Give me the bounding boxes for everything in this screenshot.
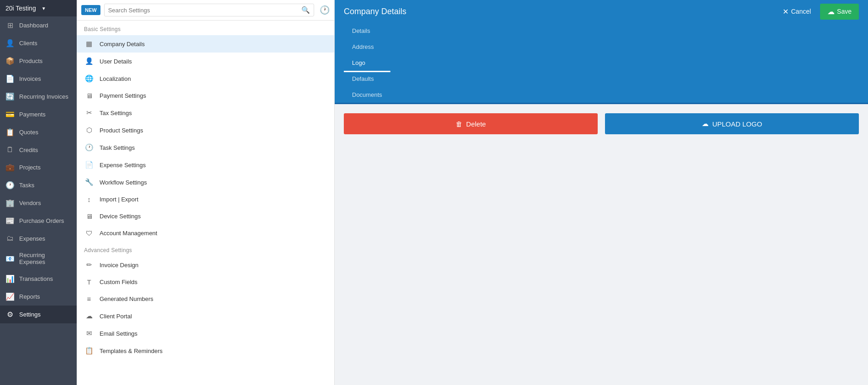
advanced-settings-header: Advanced Settings (77, 242, 334, 256)
main-content: Company Details ✕ Cancel ☁ Save DetailsA… (335, 0, 868, 385)
device-settings-icon: 🖥 (84, 212, 94, 220)
basic-settings-header: Basic Settings (77, 21, 334, 35)
settings-label-company-details: Company Details (100, 41, 145, 47)
settings-item-user-details[interactable]: 👤 User Details (77, 53, 334, 70)
tab-details[interactable]: Details (344, 23, 390, 40)
settings-label-task-settings: Task Settings (100, 144, 135, 151)
sidebar-item-recurring-invoices[interactable]: 🔄 Recurring Invoices (0, 88, 77, 105)
settings-item-company-details[interactable]: ▦ Company Details (77, 35, 334, 53)
tab-logo[interactable]: Logo (344, 55, 390, 72)
new-button[interactable]: NEW (81, 5, 100, 15)
custom-fields-icon: T (84, 278, 94, 286)
dashboard-icon: ⊞ (5, 21, 15, 30)
sidebar-label-payments: Payments (19, 111, 46, 118)
upload-logo-button[interactable]: ☁ UPLOAD LOGO (605, 113, 859, 134)
reports-icon: 📈 (5, 292, 15, 301)
tax-settings-icon: ✂ (84, 109, 94, 117)
settings-item-account-management[interactable]: 🛡 Account Management (77, 225, 334, 242)
page-title: Company Details (344, 7, 406, 16)
sidebar-label-recurring-expenses: Recurring Expenses (19, 252, 71, 265)
sidebar-item-products[interactable]: 📦 Products (0, 52, 77, 70)
cancel-button[interactable]: ✕ Cancel (778, 5, 815, 19)
search-box: 🔍 (104, 4, 314, 16)
sidebar-item-dashboard[interactable]: ⊞ Dashboard (0, 16, 77, 34)
sidebar-item-tasks[interactable]: 🕐 Tasks (0, 176, 77, 194)
sidebar-label-tasks: Tasks (19, 182, 34, 189)
sidebar-label-products: Products (19, 58, 42, 64)
sidebar-item-expenses[interactable]: 🗂 Expenses (0, 230, 77, 247)
settings-item-device-settings[interactable]: 🖥 Device Settings (77, 208, 334, 225)
search-icon: 🔍 (301, 6, 310, 14)
settings-item-localization[interactable]: 🌐 Localization (77, 70, 334, 87)
settings-label-client-portal: Client Portal (100, 313, 132, 320)
sidebar-label-settings: Settings (19, 311, 41, 318)
sidebar-item-projects[interactable]: 💼 Projects (0, 158, 77, 176)
sidebar-item-transactions[interactable]: 📊 Transactions (0, 270, 77, 288)
logo-action-buttons: 🗑 Delete ☁ UPLOAD LOGO (344, 113, 859, 134)
sidebar-label-dashboard: Dashboard (19, 22, 48, 29)
sidebar-item-recurring-expenses[interactable]: 📧 Recurring Expenses (0, 247, 77, 270)
cancel-icon: ✕ (783, 7, 789, 16)
sidebar-item-invoices[interactable]: 📄 Invoices (0, 70, 77, 88)
settings-item-client-portal[interactable]: ☁ Client Portal (77, 307, 334, 325)
settings-label-invoice-design: Invoice Design (100, 262, 138, 269)
company-details-icon: ▦ (84, 40, 94, 48)
user-details-icon: 👤 (84, 57, 94, 65)
sidebar-item-credits[interactable]: 🗒 Credits (0, 141, 77, 158)
settings-item-import-export[interactable]: ↕ Import | Export (77, 191, 334, 208)
settings-item-generated-numbers[interactable]: ≡ Generated Numbers (77, 290, 334, 307)
upload-label: UPLOAD LOGO (712, 120, 762, 128)
save-button[interactable]: ☁ Save (820, 4, 859, 20)
sidebar-item-payments[interactable]: 💳 Payments (0, 105, 77, 123)
settings-item-custom-fields[interactable]: T Custom Fields (77, 274, 334, 290)
settings-item-invoice-design[interactable]: ✏ Invoice Design (77, 256, 334, 274)
tab-documents[interactable]: Documents (344, 87, 390, 104)
sidebar-label-projects: Projects (19, 164, 41, 171)
product-settings-icon: ⬡ (84, 126, 94, 134)
purchase-orders-icon: 📰 (5, 216, 15, 225)
settings-label-email-settings: Email Settings (100, 330, 137, 337)
sidebar-item-settings[interactable]: ⚙ Settings (0, 306, 77, 323)
sidebar-item-quotes[interactable]: 📋 Quotes (0, 123, 77, 141)
workspace-name: 20i Testing (5, 5, 36, 12)
import-export-icon: ↕ (84, 195, 94, 203)
history-icon[interactable]: 🕐 (320, 5, 330, 15)
email-settings-icon: ✉ (84, 329, 94, 338)
expense-settings-icon: 📄 (84, 161, 94, 169)
main-body: 🗑 Delete ☁ UPLOAD LOGO (335, 104, 868, 385)
settings-item-expense-settings[interactable]: 📄 Expense Settings (77, 156, 334, 174)
settings-icon: ⚙ (5, 310, 15, 319)
settings-item-email-settings[interactable]: ✉ Email Settings (77, 325, 334, 342)
left-navigation: 20i Testing ▼ ⊞ Dashboard👤 Clients📦 Prod… (0, 0, 77, 385)
sidebar-label-expenses: Expenses (19, 235, 45, 242)
sidebar-item-reports[interactable]: 📈 Reports (0, 288, 77, 306)
settings-toolbar: NEW 🔍 🕐 (77, 0, 334, 21)
localization-icon: 🌐 (84, 74, 94, 83)
sidebar-label-credits: Credits (19, 147, 38, 153)
settings-label-account-management: Account Management (100, 230, 157, 237)
workflow-settings-icon: 🔧 (84, 178, 94, 186)
vendors-icon: 🏢 (5, 199, 15, 207)
save-icon: ☁ (827, 7, 835, 16)
quotes-icon: 📋 (5, 128, 15, 137)
sidebar-item-clients[interactable]: 👤 Clients (0, 34, 77, 52)
tab-address[interactable]: Address (344, 39, 390, 56)
settings-item-tax-settings[interactable]: ✂ Tax Settings (77, 104, 334, 121)
workspace-selector[interactable]: 20i Testing ▼ (0, 0, 77, 16)
sidebar-label-reports: Reports (19, 293, 40, 300)
advanced-settings-items: ✏ Invoice DesignT Custom Fields≡ Generat… (77, 256, 334, 359)
settings-label-payment-settings: Payment Settings (100, 92, 146, 99)
delete-button[interactable]: 🗑 Delete (344, 113, 598, 134)
settings-item-templates-reminders[interactable]: 📋 Templates & Reminders (77, 342, 334, 359)
settings-label-tax-settings: Tax Settings (100, 110, 132, 116)
account-management-icon: 🛡 (84, 229, 94, 237)
tab-defaults[interactable]: Defaults (344, 71, 390, 88)
settings-item-product-settings[interactable]: ⬡ Product Settings (77, 121, 334, 139)
sidebar-item-vendors[interactable]: 🏢 Vendors (0, 194, 77, 212)
sidebar-item-purchase-orders[interactable]: 📰 Purchase Orders (0, 212, 77, 230)
settings-item-task-settings[interactable]: 🕐 Task Settings (77, 139, 334, 156)
settings-item-workflow-settings[interactable]: 🔧 Workflow Settings (77, 174, 334, 191)
settings-item-payment-settings[interactable]: 🖥 Payment Settings (77, 87, 334, 104)
search-input[interactable] (108, 7, 301, 14)
generated-numbers-icon: ≡ (84, 295, 94, 303)
